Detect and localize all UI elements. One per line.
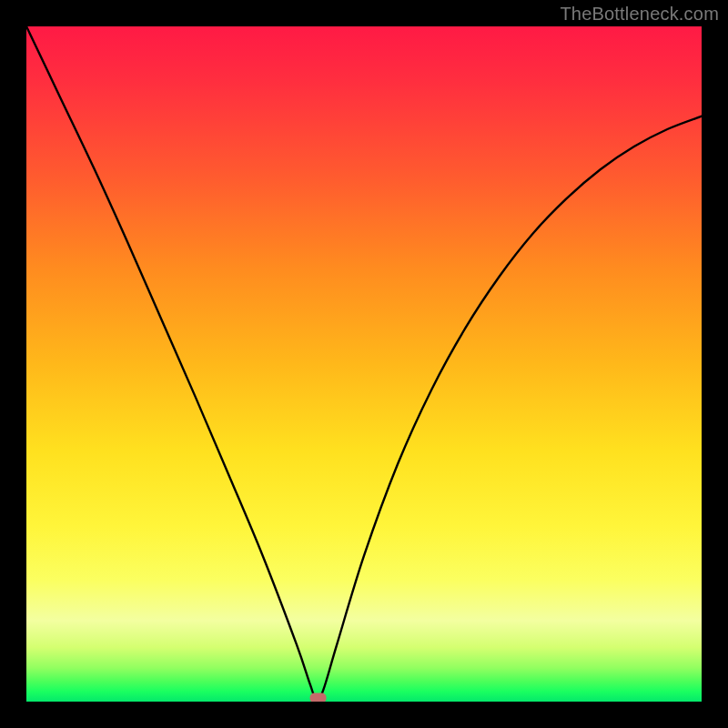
chart-frame: TheBottleneck.com	[0, 0, 728, 728]
watermark-text: TheBottleneck.com	[560, 4, 719, 25]
min-marker	[310, 693, 327, 702]
plot-area	[26, 26, 702, 702]
bottleneck-curve	[26, 26, 702, 701]
curve-svg	[26, 26, 702, 702]
